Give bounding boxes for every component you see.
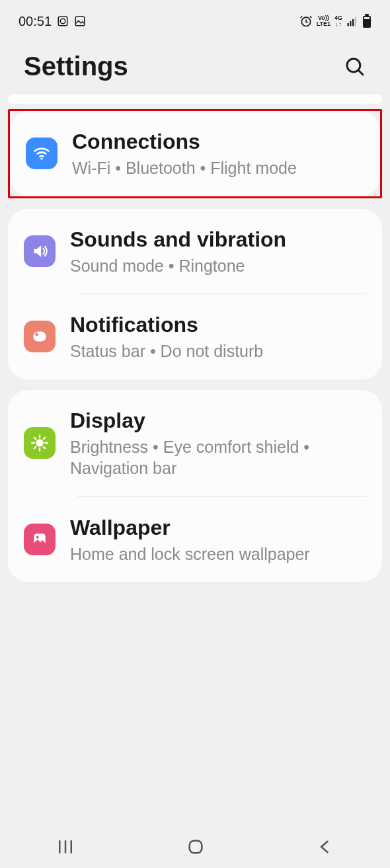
alarm-icon xyxy=(299,15,313,28)
settings-header: Settings xyxy=(0,36,390,95)
status-right: Vo)) LTE1 4G ↓↑ xyxy=(299,14,371,28)
svg-rect-6 xyxy=(352,19,354,26)
svg-line-23 xyxy=(34,447,36,448)
row-title: Display xyxy=(70,407,366,434)
svg-rect-10 xyxy=(364,17,370,19)
settings-row-connections[interactable]: Connections Wi‑Fi • Bluetooth • Flight m… xyxy=(10,111,380,196)
settings-row-notifications[interactable]: Notifications Status bar • Do not distur… xyxy=(8,294,382,379)
battery-icon xyxy=(362,14,371,28)
row-title: Sounds and vibration xyxy=(70,226,366,253)
settings-row-display[interactable]: Display Brightness • Eye comfort shield … xyxy=(8,390,382,496)
settings-group-3: Display Brightness • Eye comfort shield … xyxy=(8,390,382,582)
scroll-hint xyxy=(8,95,382,104)
row-text: Connections Wi‑Fi • Bluetooth • Flight m… xyxy=(72,128,364,179)
svg-rect-9 xyxy=(365,14,369,16)
wallpaper-icon xyxy=(24,524,56,555)
row-title: Connections xyxy=(72,128,364,155)
svg-rect-4 xyxy=(348,23,349,26)
highlight-box: Connections Wi‑Fi • Bluetooth • Flight m… xyxy=(8,109,382,198)
svg-point-1 xyxy=(60,19,65,24)
svg-line-21 xyxy=(34,438,36,439)
home-icon xyxy=(186,838,205,856)
settings-row-wallpaper[interactable]: Wallpaper Home and lock screen wallpaper xyxy=(8,497,382,582)
svg-point-15 xyxy=(35,333,38,336)
svg-rect-14 xyxy=(33,332,46,342)
row-subtitle: Wi‑Fi • Bluetooth • Flight mode xyxy=(72,157,364,179)
status-bar: 00:51 Vo)) LTE1 4G ↓↑ xyxy=(0,0,390,36)
svg-line-24 xyxy=(44,438,45,439)
svg-rect-30 xyxy=(190,841,202,853)
recents-button[interactable] xyxy=(56,837,75,857)
svg-point-13 xyxy=(40,158,42,160)
row-subtitle: Status bar • Do not disturb xyxy=(70,340,366,362)
signal-icon xyxy=(346,15,358,27)
net-4g: 4G ↓↑ xyxy=(334,15,342,28)
settings-row-sounds[interactable]: Sounds and vibration Sound mode • Ringto… xyxy=(8,209,382,294)
svg-line-22 xyxy=(44,447,45,448)
row-subtitle: Brightness • Eye comfort shield • Naviga… xyxy=(70,436,366,479)
wifi-icon xyxy=(26,138,58,169)
net-labels: Vo)) LTE1 xyxy=(317,15,331,27)
navigation-bar xyxy=(0,826,390,868)
settings-group-2: Sounds and vibration Sound mode • Ringto… xyxy=(8,209,382,379)
row-text: Wallpaper Home and lock screen wallpaper xyxy=(70,514,366,565)
row-subtitle: Home and lock screen wallpaper xyxy=(70,543,366,565)
svg-point-11 xyxy=(347,58,360,71)
row-subtitle: Sound mode • Ringtone xyxy=(70,255,366,277)
back-button[interactable] xyxy=(316,838,334,856)
svg-rect-7 xyxy=(355,17,356,26)
svg-point-26 xyxy=(36,536,39,539)
display-icon xyxy=(24,427,56,459)
back-icon xyxy=(316,838,334,856)
svg-rect-2 xyxy=(75,17,85,26)
settings-group-connections: Connections Wi‑Fi • Bluetooth • Flight m… xyxy=(10,111,380,196)
svg-rect-0 xyxy=(58,17,67,26)
svg-rect-5 xyxy=(350,21,351,26)
sound-icon xyxy=(24,235,56,267)
svg-line-12 xyxy=(358,69,364,75)
recents-icon xyxy=(56,837,75,857)
search-button[interactable] xyxy=(344,56,366,78)
status-time: 00:51 xyxy=(19,14,52,29)
row-title: Wallpaper xyxy=(70,514,366,541)
status-left: 00:51 xyxy=(19,14,86,29)
row-text: Sounds and vibration Sound mode • Ringto… xyxy=(70,226,366,277)
image-small-icon xyxy=(74,15,86,27)
notification-icon xyxy=(24,321,56,352)
home-button[interactable] xyxy=(186,838,205,856)
svg-point-16 xyxy=(36,440,42,446)
row-text: Display Brightness • Eye comfort shield … xyxy=(70,407,366,479)
page-title: Settings xyxy=(24,52,128,81)
row-title: Notifications xyxy=(70,311,366,338)
row-text: Notifications Status bar • Do not distur… xyxy=(70,311,366,362)
search-icon xyxy=(344,56,366,78)
clock-small-icon xyxy=(57,15,69,27)
